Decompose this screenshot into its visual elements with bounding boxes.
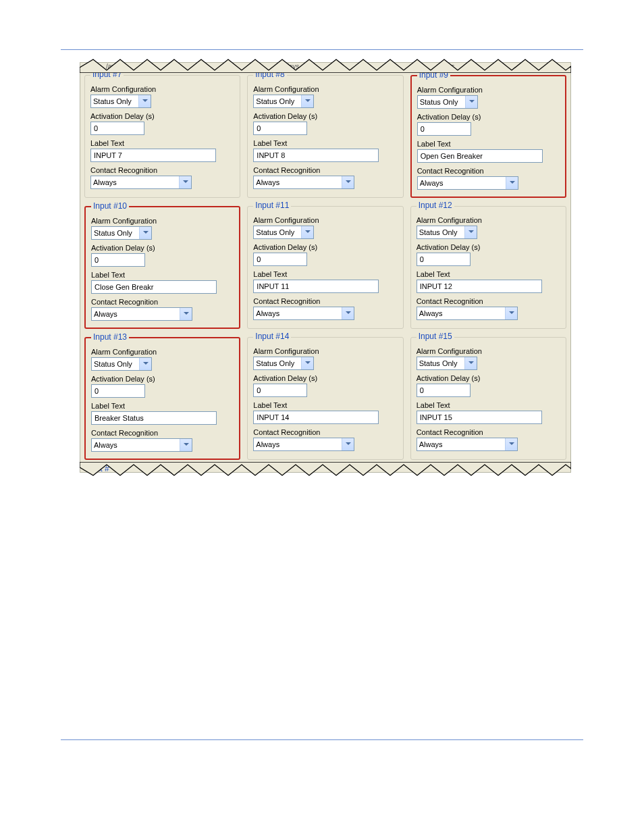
input-groupbox: Input #7Alarm ConfigurationStatus OnlyAc…: [84, 75, 240, 198]
activation-delay-input[interactable]: [91, 253, 145, 267]
form-field: Activation Delay (s): [90, 112, 234, 135]
next-group-fragment: out #: [91, 464, 109, 473]
form-field: Activation Delay (s): [417, 113, 560, 136]
field-label: Contact Recognition: [91, 429, 234, 437]
activation-delay-input[interactable]: [253, 253, 307, 266]
alarm-config-select-wrap: Status Only: [417, 226, 477, 239]
activation-delay-input[interactable]: [253, 384, 307, 397]
alarm-config-select[interactable]: Status Only: [253, 226, 314, 239]
field-label: Contact Recognition: [253, 297, 397, 305]
label-text-input[interactable]: [91, 280, 217, 294]
input-groupbox: Input #14Alarm ConfigurationStatus OnlyA…: [247, 337, 403, 460]
contact-recognition-select[interactable]: Always: [417, 176, 518, 190]
config-panel: /ays /ays /ays out # Input #7Alarm Confi…: [80, 62, 571, 473]
form-field: Contact RecognitionAlways: [90, 166, 234, 189]
activation-delay-input[interactable]: [90, 122, 144, 135]
input-groups-grid: /ays /ays /ays out # Input #7Alarm Confi…: [80, 62, 571, 473]
alarm-config-select-wrap: Status Only: [253, 357, 314, 370]
form-field: Activation Delay (s): [91, 375, 234, 398]
field-label: Label Text: [417, 401, 560, 409]
alarm-config-select-wrap: Status Only: [417, 95, 478, 109]
label-text-input[interactable]: [91, 411, 217, 425]
input-groupbox: Input #11Alarm ConfigurationStatus OnlyA…: [247, 206, 403, 329]
input-groupbox: Input #13Alarm ConfigurationStatus OnlyA…: [84, 337, 240, 460]
contact-recognition-select[interactable]: Always: [90, 176, 192, 189]
input-groupbox: Input #9Alarm ConfigurationStatus OnlyAc…: [410, 75, 566, 198]
groupbox-title: Input #13: [91, 332, 129, 342]
form-field: Activation Delay (s): [253, 374, 397, 397]
contact-recognition-select[interactable]: Always: [417, 438, 518, 451]
groupbox-title: Input #7: [90, 70, 124, 79]
field-label: Contact Recognition: [91, 298, 234, 306]
groupbox-title: Input #15: [417, 332, 454, 341]
field-label: Label Text: [91, 402, 234, 410]
contact-recognition-select-wrap: Always: [253, 307, 354, 320]
label-text-input[interactable]: [417, 149, 543, 163]
form-field: Label Text: [90, 139, 234, 162]
form-field: Activation Delay (s): [253, 243, 397, 266]
form-field: Alarm ConfigurationStatus Only: [417, 86, 560, 109]
contact-recognition-select[interactable]: Always: [417, 307, 518, 320]
field-label: Alarm Configuration: [90, 85, 234, 93]
field-label: Alarm Configuration: [417, 347, 560, 355]
form-field: Alarm ConfigurationStatus Only: [253, 85, 397, 108]
tab-fragment: /ays: [438, 63, 458, 70]
field-label: Activation Delay (s): [417, 374, 560, 382]
alarm-config-select-wrap: Status Only: [91, 357, 152, 371]
alarm-config-select[interactable]: Status Only: [417, 357, 477, 370]
contact-recognition-select-wrap: Always: [417, 176, 518, 190]
label-text-input[interactable]: [417, 280, 542, 293]
form-field: Label Text: [417, 270, 560, 293]
form-field: Contact RecognitionAlways: [417, 167, 560, 190]
alarm-config-select[interactable]: Status Only: [417, 95, 478, 109]
field-label: Alarm Configuration: [253, 85, 397, 93]
contact-recognition-select[interactable]: Always: [253, 438, 354, 451]
form-field: Contact RecognitionAlways: [253, 166, 397, 189]
field-label: Label Text: [91, 271, 234, 279]
field-label: Activation Delay (s): [253, 374, 397, 382]
activation-delay-input[interactable]: [417, 122, 471, 136]
field-label: Activation Delay (s): [417, 113, 560, 121]
label-text-input[interactable]: [253, 280, 379, 293]
contact-recognition-select-wrap: Always: [90, 176, 192, 189]
contact-recognition-select[interactable]: Always: [253, 176, 354, 189]
alarm-config-select[interactable]: Status Only: [91, 357, 152, 371]
field-label: Alarm Configuration: [253, 216, 397, 224]
activation-delay-input[interactable]: [417, 384, 471, 397]
field-label: Label Text: [253, 270, 397, 278]
field-label: Alarm Configuration: [91, 348, 234, 356]
activation-delay-input[interactable]: [253, 122, 307, 135]
form-field: Contact RecognitionAlways: [417, 297, 560, 320]
form-field: Label Text: [91, 402, 234, 425]
label-text-input[interactable]: [417, 411, 542, 424]
alarm-config-select[interactable]: Status Only: [253, 95, 314, 108]
form-field: Alarm ConfigurationStatus Only: [91, 348, 234, 371]
alarm-config-select[interactable]: Status Only: [90, 95, 151, 108]
alarm-config-select[interactable]: Status Only: [91, 226, 152, 240]
activation-delay-input[interactable]: [417, 253, 471, 266]
label-text-input[interactable]: [253, 411, 379, 424]
groupbox-title: Input #8: [253, 70, 286, 79]
contact-recognition-select[interactable]: Always: [253, 307, 354, 320]
contact-recognition-select-wrap: Always: [91, 307, 192, 321]
field-label: Label Text: [417, 140, 560, 148]
form-field: Label Text: [253, 139, 397, 162]
form-field: Contact RecognitionAlways: [417, 428, 560, 451]
field-label: Alarm Configuration: [417, 86, 560, 94]
alarm-config-select-wrap: Status Only: [253, 95, 314, 108]
field-label: Activation Delay (s): [90, 112, 234, 120]
label-text-input[interactable]: [90, 149, 216, 162]
field-label: Contact Recognition: [417, 428, 560, 436]
form-field: Label Text: [253, 270, 397, 293]
contact-recognition-select[interactable]: Always: [91, 307, 192, 321]
contact-recognition-select[interactable]: Always: [91, 438, 192, 452]
contact-recognition-select-wrap: Always: [417, 307, 518, 320]
label-text-input[interactable]: [253, 149, 379, 162]
activation-delay-input[interactable]: [91, 384, 145, 398]
field-label: Alarm Configuration: [417, 216, 560, 224]
form-field: Contact RecognitionAlways: [91, 298, 234, 321]
field-label: Activation Delay (s): [417, 243, 560, 251]
alarm-config-select[interactable]: Status Only: [417, 226, 477, 239]
input-groupbox: Input #8Alarm ConfigurationStatus OnlyAc…: [247, 75, 403, 198]
alarm-config-select[interactable]: Status Only: [253, 357, 314, 370]
